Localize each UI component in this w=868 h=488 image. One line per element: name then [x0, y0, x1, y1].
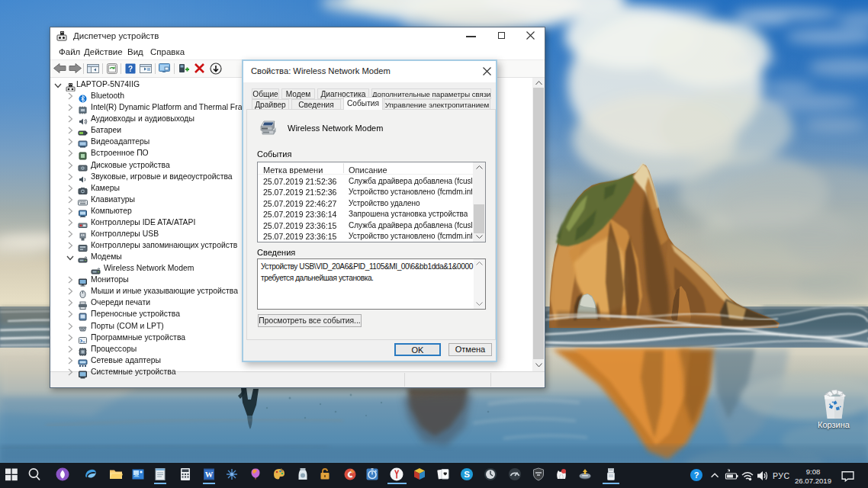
svg-text:W: W — [205, 470, 214, 479]
svg-text:S: S — [464, 470, 470, 479]
svg-text:?: ? — [694, 470, 699, 480]
svg-text:?: ? — [128, 65, 133, 73]
